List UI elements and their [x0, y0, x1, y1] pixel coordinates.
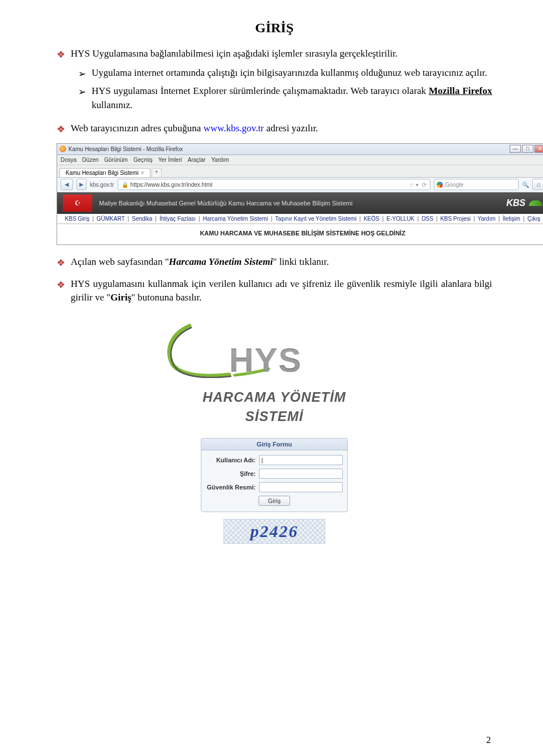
- kbs-menu-item[interactable]: KEÖS: [364, 216, 380, 222]
- kbs-menu-item[interactable]: DSS: [421, 216, 433, 222]
- arrow-bullet-icon: ➢: [78, 67, 86, 81]
- search-placeholder: Google: [445, 182, 463, 188]
- login-form: Giriş Formu Kullanıcı Adı: | Şifre: Güve…: [201, 438, 348, 512]
- kbs-header-text: Maliye Bakanlığı Muhasebat Genel Müdürlü…: [99, 200, 499, 207]
- login-button[interactable]: Giriş: [258, 496, 291, 506]
- search-icon[interactable]: 🔍: [522, 182, 529, 188]
- window-title: Kamu Hesapları Bilgi Sistemi - Mozilla F…: [68, 146, 183, 152]
- kbs-menu-item[interactable]: KBS Projesi: [441, 216, 471, 222]
- refresh-icon[interactable]: ⟳: [422, 182, 426, 188]
- kbs-menu-item[interactable]: KBS Giriş: [65, 216, 89, 222]
- captcha-label: Güvenlik Resmi:: [206, 484, 259, 491]
- page-title: GİRİŞ: [57, 20, 492, 36]
- maximize-button[interactable]: □: [522, 145, 533, 153]
- menu-item[interactable]: Yer İmleri: [158, 157, 182, 163]
- browser-menubar: Dosya Düzen Görünüm Geçmiş Yer İmleri Ar…: [57, 155, 543, 165]
- tab-close-icon[interactable]: ×: [141, 170, 144, 176]
- hys-subtitle-2: SİSTEMİ: [139, 409, 410, 424]
- emphasis-mozilla: Mozilla Firefox: [429, 85, 492, 96]
- close-button[interactable]: ✕: [535, 145, 543, 153]
- google-icon: [437, 182, 443, 188]
- kbs-menu-item[interactable]: Taşınır Kayıt ve Yönetim Sistemi: [275, 216, 357, 222]
- kbs-menu-item[interactable]: E-YOLLUK: [386, 216, 414, 222]
- bullet-1-text: HYS Uygulamasına bağlanılabilmesi için a…: [71, 47, 398, 61]
- welcome-text: KAMU HARCAMA VE MUHASEBE BİLİŞİM SİSTEMİ…: [57, 224, 543, 244]
- arrow-bullet-icon: ➢: [78, 85, 86, 100]
- forward-button[interactable]: ►: [76, 179, 87, 190]
- username-label: Kullanıcı Adı:: [206, 457, 259, 463]
- home-button[interactable]: ⌂: [532, 179, 543, 190]
- menu-item[interactable]: Geçmiş: [133, 157, 153, 163]
- hys-logo-block: HYS HARCAMA YÖNETİM SİSTEMİ Giriş Formu …: [139, 321, 410, 544]
- arrow-2-text: HYS uygulaması İnternet Explorer sürümle…: [92, 84, 492, 112]
- diamond-bullet-icon: ❖: [57, 278, 65, 292]
- browser-tab[interactable]: Kamu Hesapları Bilgi Sistemi ×: [59, 168, 150, 177]
- emphasis-giris: Giriş: [110, 292, 131, 303]
- menu-item[interactable]: Araçlar: [188, 157, 206, 163]
- kbs-header: ☪ Maliye Bakanlığı Muhasebat Genel Müdür…: [57, 192, 543, 214]
- username-input[interactable]: |: [259, 455, 343, 465]
- back-button[interactable]: ◄: [61, 179, 73, 190]
- kbs-menu-item[interactable]: Harcama Yönetim Sistemi: [203, 216, 268, 222]
- kbs-logo: KBS: [506, 198, 542, 208]
- bullet-3-text: Açılan web sayfasından "Harcama Yönetim …: [71, 255, 329, 269]
- new-tab-button[interactable]: +: [152, 168, 162, 177]
- login-form-header: Giriş Formu: [201, 439, 347, 450]
- kbs-menu: KBS Giriş| GÜMKART| Sendika| İhtiyaç Faz…: [57, 214, 543, 224]
- flag-icon: ☪: [63, 195, 92, 212]
- tab-label: Kamu Hesapları Bilgi Sistemi: [66, 170, 139, 176]
- menu-item[interactable]: Görünüm: [104, 157, 128, 163]
- menu-item[interactable]: Dosya: [61, 157, 76, 163]
- browser-titlebar: Kamu Hesapları Bilgi Sistemi - Mozilla F…: [57, 144, 543, 155]
- diamond-bullet-icon: ❖: [57, 256, 65, 270]
- page-number: 2: [486, 734, 492, 746]
- url-input[interactable]: 🔒 https://www.kbs.gov.tr/index.html ☆ ▾ …: [118, 179, 430, 190]
- browser-tabbar: Kamu Hesapları Bilgi Sistemi × +: [57, 165, 543, 178]
- diamond-bullet-icon: ❖: [57, 123, 65, 136]
- hys-logo-text: HYS: [229, 341, 302, 380]
- url-text: https://www.kbs.gov.tr/index.html: [131, 182, 213, 188]
- lock-icon: 🔒: [122, 182, 128, 188]
- nav-domain: kbs.gov.tr: [90, 182, 114, 188]
- password-input[interactable]: [259, 469, 343, 479]
- kbs-menu-item[interactable]: GÜMKART: [97, 216, 125, 222]
- menu-item[interactable]: Düzen: [82, 157, 98, 163]
- link-kbs-url: www.kbs.gov.tr: [204, 123, 264, 134]
- browser-screenshot: Kamu Hesapları Bilgi Sistemi - Mozilla F…: [57, 143, 543, 245]
- kbs-menu-item[interactable]: Sendika: [132, 216, 152, 222]
- kbs-menu-item[interactable]: İhtiyaç Fazlası: [160, 216, 196, 222]
- emphasis-hys-link: Harcama Yönetim Sistemi: [169, 256, 273, 267]
- browser-addressbar: ◄ ► kbs.gov.tr 🔒 https://www.kbs.gov.tr/…: [57, 178, 543, 192]
- captcha-input[interactable]: [259, 482, 343, 492]
- diamond-bullet-icon: ❖: [57, 48, 65, 62]
- hys-subtitle-1: HARCAMA YÖNETİM: [139, 389, 410, 405]
- kbs-menu-item[interactable]: Çıkış: [527, 216, 540, 222]
- minimize-button[interactable]: —: [510, 145, 521, 153]
- kbs-menu-item[interactable]: İletişim: [503, 216, 520, 222]
- kbs-menu-item[interactable]: Yardım: [478, 216, 496, 222]
- password-label: Şifre:: [206, 470, 259, 477]
- captcha-image: p2426: [223, 519, 325, 544]
- bullet-4-text: HYS uygulamasını kullanmak için verilen …: [71, 277, 492, 304]
- menu-item[interactable]: Yardım: [211, 157, 229, 163]
- arrow-1-text: Uygulama internet ortamında çalıştığı iç…: [92, 66, 487, 80]
- bullet-2-text: Web tarayıcınızın adres çubuğuna www.kbs…: [71, 122, 318, 135]
- search-input[interactable]: Google: [434, 179, 519, 190]
- firefox-icon: [59, 145, 66, 152]
